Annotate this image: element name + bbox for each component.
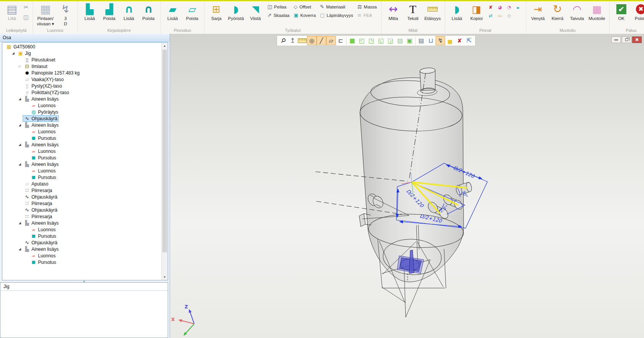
minimize-button[interactable] bbox=[611, 36, 621, 43]
ok-button[interactable]: ✔OK bbox=[612, 2, 631, 22]
tree-row[interactable]: ∷Piirresarja bbox=[2, 200, 161, 207]
view-left-face-button[interactable]: ◱ bbox=[376, 36, 386, 45]
snap-face-button[interactable]: ▱ bbox=[326, 36, 336, 45]
collapse-icon[interactable]: ◢ bbox=[17, 162, 23, 166]
distance-button[interactable]: Etäisyys bbox=[423, 2, 442, 22]
section-delete-button[interactable]: ✘ bbox=[455, 36, 464, 45]
feature-list-button[interactable]: ▤ bbox=[416, 36, 426, 45]
tree-row[interactable]: ▷⊟Ilmiasut bbox=[2, 63, 161, 70]
library-edge-add-button[interactable]: ∩Lisää bbox=[120, 2, 138, 22]
pin-button[interactable]: ⚲ bbox=[278, 36, 288, 45]
select-face-button[interactable]: ■ bbox=[347, 36, 357, 45]
tree-row[interactable]: ■Pursotus bbox=[2, 174, 161, 181]
tree-row[interactable]: ∿Ohjauskäyrä bbox=[2, 194, 161, 200]
tree-row[interactable]: ∷Piirresarja bbox=[2, 213, 161, 220]
rotate-button[interactable]: ↻Kierrä bbox=[548, 2, 567, 22]
tree-row[interactable]: ▱Poikittais(YZ)-taso bbox=[2, 89, 161, 96]
stretch-button[interactable]: ⇥Venytä bbox=[529, 2, 547, 22]
tree-row[interactable]: ●Painopiste 1257.483 kg bbox=[2, 70, 161, 76]
paste-button[interactable]: ▤Liitä bbox=[3, 2, 21, 22]
tree-row[interactable]: ▯Pysty(XZ)-taso bbox=[2, 83, 161, 89]
tree-row[interactable]: ◢▙Aineen lisäys bbox=[2, 122, 161, 128]
collapse-icon[interactable]: ◢ bbox=[17, 97, 23, 101]
tree-row[interactable]: ■Pursotus bbox=[2, 233, 161, 239]
tree-row[interactable]: ▰Luonnos bbox=[2, 226, 161, 233]
sketch-on-face-button[interactable]: ▦Pintaan/viivaan ▾ bbox=[36, 2, 55, 27]
tree-row[interactable]: ▰Luonnos bbox=[2, 167, 161, 174]
bend-button[interactable]: ◠Taivuta bbox=[568, 2, 586, 22]
surface-pattern-button[interactable]: ◔ bbox=[505, 4, 513, 11]
view-top-face-button[interactable]: ◰ bbox=[357, 36, 367, 45]
collapse-icon[interactable]: ◢ bbox=[17, 143, 23, 146]
tree-row[interactable]: ▰Luonnos bbox=[2, 128, 161, 135]
tree-row[interactable]: ◍Pyöräytys bbox=[2, 109, 161, 115]
scroll-down-icon[interactable]: ▼ bbox=[162, 274, 168, 280]
mass-button[interactable]: ⚖Massa bbox=[357, 4, 377, 9]
freeform-button[interactable]: ▦Muotoile bbox=[588, 2, 606, 22]
tree-row[interactable]: ∿Ohjauskäyrä bbox=[2, 115, 161, 122]
surface-arrow-button[interactable]: ▸ bbox=[515, 4, 522, 11]
tree-row[interactable]: ▱Vaaka(XY)-taso bbox=[2, 76, 161, 83]
tree-row[interactable]: ◢▙Aineen lisäys bbox=[2, 220, 161, 226]
cut-button[interactable]: ✂ bbox=[22, 4, 30, 11]
section-box-button[interactable]: ▅ bbox=[445, 36, 455, 45]
surface-add-button[interactable]: ◗Lisää bbox=[448, 2, 466, 22]
select-box-button[interactable]: ▣ bbox=[405, 36, 414, 45]
export-view-button[interactable]: ⇱ bbox=[464, 36, 474, 45]
series-button[interactable]: ⊞Sarja bbox=[207, 2, 226, 22]
library-edge-remove-button[interactable]: ∩Poista bbox=[139, 2, 158, 22]
tree-scrollbar[interactable]: ▲ ▼ bbox=[161, 43, 168, 280]
tree-row[interactable]: ■Pursotus bbox=[2, 135, 161, 141]
tree-row[interactable]: ∿Ohjauskäyrä bbox=[2, 239, 161, 246]
close-button[interactable]: ✖ bbox=[632, 36, 642, 43]
snap-edge-button[interactable]: ⊏ bbox=[336, 36, 345, 45]
extrude-view-button[interactable]: ⊔ bbox=[426, 36, 436, 45]
tree-row[interactable]: ◢▣Jig bbox=[2, 50, 161, 56]
view-right-face-button[interactable]: ◳ bbox=[367, 36, 376, 45]
material-button[interactable]: ✎Materiaali bbox=[320, 4, 353, 9]
hollow-button[interactable]: ▣Koverra bbox=[294, 13, 316, 18]
tree-row[interactable]: ▰Luonnos bbox=[2, 252, 161, 259]
sketch-3d-toggle-button[interactable]: ↯ bbox=[436, 36, 445, 45]
collapse-icon[interactable]: ◢ bbox=[17, 221, 23, 225]
scroll-thumb[interactable] bbox=[162, 50, 167, 252]
tree-row[interactable]: ▩G4T50600 bbox=[2, 43, 161, 50]
view-back-face-button[interactable]: ◲ bbox=[386, 36, 395, 45]
fillet-button[interactable]: ◗Pyöristä bbox=[227, 2, 245, 22]
offset-button[interactable]: ◇Offset bbox=[294, 4, 316, 9]
tree-row[interactable]: ■Pursotus bbox=[2, 154, 161, 161]
text-button[interactable]: TTeksti bbox=[404, 2, 422, 22]
mirror-button[interactable]: ◫Peilaa bbox=[268, 4, 289, 9]
snap-line-button[interactable]: ╱ bbox=[317, 36, 326, 45]
tree-row[interactable]: ◢▙Aineen lisäys bbox=[2, 96, 161, 102]
tree-row[interactable]: ◢▙Aineen lisäys bbox=[2, 141, 161, 148]
surface-delete-button[interactable]: ✘ bbox=[487, 4, 495, 11]
tree-row[interactable]: ◢▙Aineen lisäys bbox=[2, 246, 161, 252]
library-add-button[interactable]: ▙Lisää bbox=[81, 2, 99, 22]
ruler-button[interactable] bbox=[297, 36, 307, 45]
collapse-icon[interactable]: ◢ bbox=[10, 51, 16, 55]
tree-row[interactable]: ∿Ohjauskäyrä bbox=[2, 207, 161, 213]
surface-copy-button[interactable]: ◨Kopioi bbox=[467, 2, 486, 22]
tree-row[interactable]: ◢▙Aineen lisäys bbox=[2, 161, 161, 167]
surface-fillet-button[interactable]: ◕ bbox=[496, 4, 504, 11]
viewport[interactable]: D/2+120 D/2+120 D/2+120 30° 22.5° Z bbox=[170, 34, 644, 338]
shaded-box-button[interactable]: ▧ bbox=[395, 36, 405, 45]
tree-row[interactable]: ▰Luonnos bbox=[2, 102, 161, 109]
tree-row[interactable]: ■Pursotus bbox=[2, 259, 161, 265]
copy-button[interactable]: ◫ bbox=[22, 14, 30, 21]
surface-erase-button[interactable]: ◇ bbox=[505, 12, 513, 19]
expand-icon[interactable]: ▷ bbox=[17, 65, 23, 68]
elevation-measure-button[interactable]: ↥ bbox=[288, 36, 297, 45]
restore-button[interactable] bbox=[622, 36, 631, 43]
surface-patch-button[interactable]: ▭ bbox=[496, 12, 504, 19]
library-remove-button[interactable]: ▟Poista bbox=[100, 2, 119, 22]
transparency-button[interactable]: ▢Läpinäkyvyys bbox=[320, 13, 353, 18]
snap-point-button[interactable]: ◎ bbox=[307, 36, 317, 45]
scroll-up-icon[interactable]: ▲ bbox=[162, 43, 168, 49]
collapse-icon[interactable]: ◢ bbox=[17, 247, 23, 251]
tree-row[interactable]: ∷Piirresarja bbox=[2, 187, 161, 194]
coating-add-button[interactable]: ▰Lisää bbox=[163, 2, 182, 22]
fea-button[interactable]: ≡FEA bbox=[357, 13, 377, 18]
tree-row[interactable]: ▯Piirustukset bbox=[2, 56, 161, 63]
